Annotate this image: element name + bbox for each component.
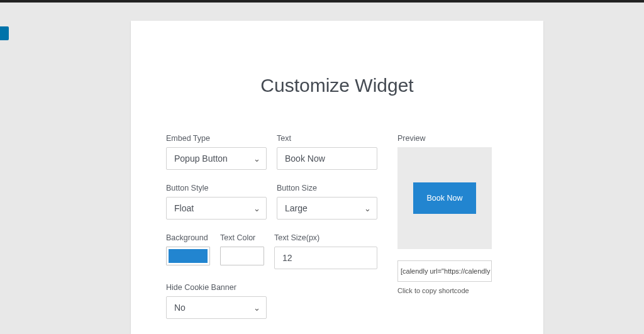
window-topbar [0,0,644,3]
text-color-picker[interactable] [220,247,264,265]
background-color-picker[interactable] [166,247,210,265]
page-title: Customize Widget [166,75,508,96]
text-input[interactable] [277,147,377,170]
background-swatch [169,249,208,263]
background-label: Background [166,233,210,242]
button-size-select[interactable]: Large [277,197,377,220]
text-color-label: Text Color [220,233,264,242]
customize-widget-card: Customize Widget Embed Type Popup Button… [131,21,543,334]
embed-type-label: Embed Type [166,134,267,143]
form-left-column: Embed Type Popup Button ⌄ Text Button St… [166,134,377,333]
text-label: Text [277,134,377,143]
button-style-label: Button Style [166,184,267,192]
admin-menu-stub[interactable] [0,26,9,40]
hide-cookie-select[interactable]: No [166,296,267,319]
preview-label: Preview [397,134,508,143]
preview-button[interactable]: Book Now [413,182,477,214]
text-size-input[interactable] [274,247,377,269]
button-style-select[interactable]: Float [166,197,267,220]
preview-box: Book Now [397,147,492,249]
hide-cookie-label: Hide Cookie Banner [166,283,377,292]
shortcode-hint: Click to copy shortcode [397,287,508,294]
button-size-label: Button Size [277,184,377,192]
text-color-swatch [223,249,262,263]
preview-column: Preview Book Now [calendly url="https://… [397,134,508,333]
text-size-label: Text Size(px) [274,233,377,242]
embed-type-select[interactable]: Popup Button [166,147,267,170]
shortcode-box[interactable]: [calendly url="https://calendly [397,260,492,282]
